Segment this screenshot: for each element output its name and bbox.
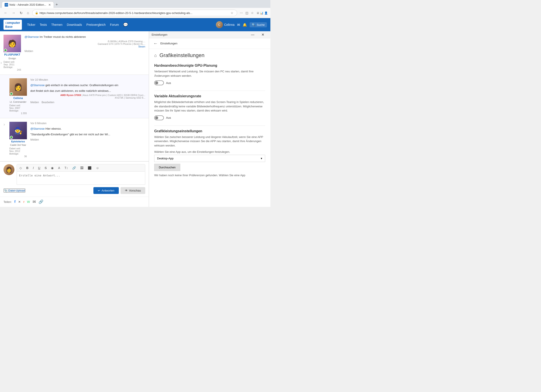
browse-button[interactable]: Durchsuchen — [154, 164, 180, 171]
preview-label: Vorschau — [129, 189, 141, 192]
post-rank-1: Ensign — [9, 57, 16, 60]
mention-1[interactable]: @Starnose — [25, 35, 39, 38]
toolbar-strike-btn[interactable]: S — [43, 166, 48, 170]
share-bar: Teilen: f ✕ r W ✉ 🔗 — [0, 196, 149, 207]
variable-refresh-toggle[interactable] — [154, 115, 164, 120]
report-btn-3[interactable]: Melden — [30, 138, 39, 141]
main-content: 🧑 PLUSPUNKT Ensign Dabei seit: Sep. 2011… — [0, 31, 270, 207]
home-button[interactable]: ⌂ — [26, 10, 30, 16]
post-avatar-3: 🧙 — [9, 122, 27, 139]
share-reddit-icon[interactable]: r — [23, 200, 25, 204]
tab-title: Notiz - Adrenalin 2020 Edition... — [9, 3, 46, 6]
share-link-icon[interactable]: 🔗 — [38, 199, 43, 204]
preview-icon: 👁 — [125, 189, 128, 192]
post-content-3b: Hier ebenso. — [46, 127, 62, 130]
toolbar-emoji-btn[interactable]: ☺ — [94, 166, 100, 170]
settings-main-title: ⌂ Grafikeinstellungen — [154, 52, 265, 58]
chat-icon[interactable]: 💬 — [123, 22, 128, 27]
post-3: › 🧙 Epistolarius Cadet 3rd Year Dabei se… — [0, 118, 149, 161]
post-content-1: Im Treiber musst du nichts aktivieren — [40, 35, 86, 38]
search-label: Suche — [257, 23, 265, 26]
edit-btn-2[interactable]: Bearbeiten — [42, 101, 54, 104]
active-tab[interactable]: CB Notiz - Adrenalin 2020 Edition... ✕ — [2, 1, 54, 8]
close-button[interactable]: ✕ — [258, 31, 268, 38]
nav-tests[interactable]: Tests — [40, 23, 47, 26]
section-variable-refresh: Variable Aktualisierungsrate Möglichst d… — [154, 94, 265, 120]
post-text-3: @Starnose Hier ebenso. — [30, 127, 145, 131]
new-tab-button[interactable]: + — [54, 2, 60, 7]
toolbar-underline-btn[interactable]: U — [37, 166, 42, 170]
hw-rest-2: | Asus X470 Prime pro | Custom H2O | 32G… — [82, 94, 145, 96]
share-facebook-icon[interactable]: f — [15, 200, 16, 204]
nav-downloads[interactable]: Downloads — [67, 23, 82, 26]
main-nav: Ticker Tests Themen Downloads Preisvergl… — [27, 22, 128, 27]
preview-button[interactable]: 👁 Vorschau — [120, 187, 145, 194]
url-bar[interactable]: 🔒 https://www.computerbase.de/forum/thre… — [32, 10, 237, 16]
mail-icon[interactable]: ✉ — [237, 23, 240, 27]
toolbar-font-btn[interactable]: A — [57, 166, 61, 170]
back-button[interactable]: ← — [3, 10, 9, 16]
nav-forum[interactable]: Forum — [110, 23, 119, 26]
hw-line2: Gainward GTX 1070 Ti Phoenix | BenQ XL..… — [25, 43, 145, 45]
toggle1-label: Aus — [166, 81, 171, 85]
joined-label-1: Dabei seit: — [4, 61, 15, 63]
share-whatsapp-icon[interactable]: W — [27, 200, 30, 204]
post-sidebar-2: 👩 Celinna Lt. Commander Dabei seit: Nov.… — [9, 78, 27, 114]
extensions-button[interactable]: ⋯ — [239, 11, 244, 15]
post-text-2b: dort findet sich das zum aktivieren, es … — [30, 89, 145, 93]
search-box[interactable]: 🔍 Suche — [250, 22, 267, 27]
forward-button[interactable]: → — [10, 10, 17, 16]
back-nav-button[interactable]: ← — [152, 40, 159, 47]
post-actions-3: Melden — [30, 138, 145, 141]
section3-title: Grafikleistungseinstellungen — [154, 129, 265, 133]
report-btn-2[interactable]: Melden — [30, 101, 39, 104]
mention-3[interactable]: @Starnose — [30, 127, 45, 130]
online-indicator-2 — [10, 92, 13, 95]
post-text-1: @Starnose Im Treiber musst du nichts akt… — [25, 35, 145, 39]
upload-label: Datei-Upload — [8, 189, 25, 192]
browser-actions: 🖥 📊 👤 — [256, 11, 268, 15]
toolbar-bold-btn[interactable]: B — [25, 166, 30, 170]
post-chevron-2[interactable]: › — [0, 60, 2, 96]
toolbar-italic-btn[interactable]: I — [31, 166, 35, 170]
mention-2[interactable]: @Starnose — [30, 83, 45, 87]
editor-avatar: 👩 — [4, 164, 15, 175]
post-text-2: @Starnose geb einfach in die windows suc… — [30, 83, 145, 88]
share-email-icon[interactable]: ✉ — [33, 199, 36, 204]
app-dropdown[interactable]: Desktop-App ▾ — [154, 155, 265, 162]
posts-count-1: 243 — [17, 68, 21, 71]
reply-button[interactable]: ↩ Antworten — [94, 187, 119, 194]
logo-top: Computer — [5, 21, 20, 25]
toolbar-link-btn[interactable]: 🔗 — [71, 166, 77, 170]
minimize-button[interactable]: — — [248, 31, 258, 38]
toolbar-image-btn[interactable]: 🖼 — [79, 166, 85, 170]
reply-textarea[interactable] — [17, 172, 145, 185]
toolbar-color-btn[interactable]: ◉ — [50, 166, 55, 170]
bookmarks-button[interactable]: ☆ — [250, 11, 255, 15]
share-twitter-icon[interactable]: ✕ — [18, 200, 21, 204]
nav-themen[interactable]: Themen — [51, 23, 62, 26]
sig-steam-link[interactable]: Steam — [138, 45, 145, 48]
report-btn-1[interactable]: Melden — [25, 50, 33, 53]
dropdown-value: Desktop-App — [157, 157, 173, 160]
site-logo[interactable]: Computer Base — [4, 20, 22, 30]
notification-icon[interactable]: 🔔 — [243, 23, 247, 27]
toolbar-media-btn[interactable]: ⬛ — [86, 166, 93, 170]
bookmark-icon[interactable]: ☆ — [230, 11, 234, 15]
toolbar-size-btn[interactable]: T↕ — [63, 166, 69, 170]
nav-preisvergleich[interactable]: Preisvergleich — [86, 23, 106, 26]
gpu-scheduling-toggle[interactable] — [154, 80, 164, 85]
upload-button[interactable]: 📎 Datei-Upload — [4, 188, 25, 193]
posts-label-3: Beiträge: — [9, 152, 19, 155]
toggle1-thumb — [155, 81, 158, 84]
post-chevron-3[interactable]: › — [4, 122, 5, 158]
hw-line1: i5 8600k | ASRock Z370 Gaming ... — [25, 40, 145, 43]
tab-close-btn[interactable]: ✕ — [48, 3, 51, 7]
nav-ticker[interactable]: Ticker — [27, 23, 36, 26]
hw-red-2[interactable]: AMD Ryzen 3700X — [60, 94, 81, 96]
reload-button[interactable]: ↻ — [18, 10, 24, 16]
pocket-button[interactable]: ◫ — [244, 11, 249, 15]
user-area[interactable]: C Celinna — [216, 21, 234, 28]
joined-value-1: Sep. 2011 — [4, 63, 15, 66]
toolbar-clear-btn[interactable]: ◇ — [18, 166, 23, 170]
